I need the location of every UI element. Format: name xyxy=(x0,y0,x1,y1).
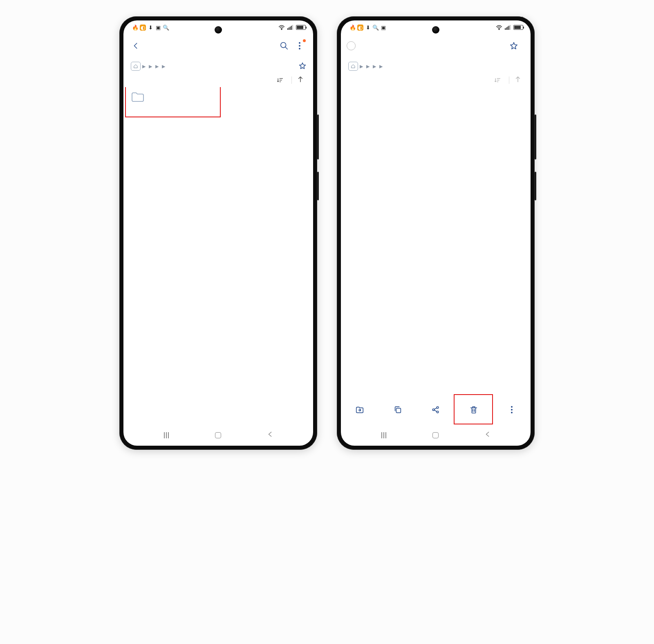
svg-point-12 xyxy=(511,412,513,413)
front-camera xyxy=(215,26,222,34)
flame-icon: 🔥 xyxy=(132,24,139,31)
file-list xyxy=(123,87,313,427)
wifi-icon xyxy=(278,24,285,31)
action-bar xyxy=(341,394,531,427)
notification-dot xyxy=(303,39,306,42)
more-button[interactable] xyxy=(292,36,307,56)
chevron-icon: ▶ xyxy=(366,64,370,69)
breadcrumb[interactable]: ▶ ▶ ▶ ▶ xyxy=(341,57,531,74)
home-icon[interactable] xyxy=(348,62,358,71)
download-icon: ⬇ xyxy=(147,24,154,31)
battery-icon xyxy=(513,25,523,30)
home-button[interactable] xyxy=(432,432,439,438)
sort-bar xyxy=(123,74,313,87)
system-nav xyxy=(341,427,531,446)
move-button[interactable] xyxy=(341,394,379,427)
appbar xyxy=(123,34,313,57)
svg-point-5 xyxy=(499,29,499,30)
folder-icon xyxy=(131,91,145,103)
system-back-button[interactable] xyxy=(267,431,273,439)
svg-point-10 xyxy=(511,406,513,408)
select-all-button[interactable] xyxy=(347,41,356,51)
gallery-icon: ▣ xyxy=(155,24,161,31)
sort-direction-button xyxy=(515,76,521,84)
folder-row-whatsapp[interactable] xyxy=(123,87,313,107)
share-button[interactable] xyxy=(417,394,455,427)
signal-icon xyxy=(287,25,293,30)
copy-button[interactable] xyxy=(379,394,417,427)
system-back-button[interactable] xyxy=(485,431,490,439)
svg-point-4 xyxy=(299,48,300,49)
battery-icon xyxy=(296,25,306,30)
recents-button[interactable] xyxy=(164,432,169,438)
favorite-button[interactable] xyxy=(506,36,522,56)
chevron-icon: ▶ xyxy=(379,64,383,69)
sort-button xyxy=(494,77,503,83)
flame-icon: 🔥 xyxy=(349,24,356,31)
sort-direction-button[interactable] xyxy=(298,76,303,84)
chevron-icon: ▶ xyxy=(162,64,165,69)
svg-point-11 xyxy=(511,409,513,411)
breadcrumb[interactable]: ▶ ▶ ▶ ▶ xyxy=(123,57,313,74)
chevron-icon: ▶ xyxy=(360,64,363,69)
svg-rect-6 xyxy=(396,408,401,413)
search-button[interactable] xyxy=(276,36,292,56)
search-status-icon: 🔍 xyxy=(372,24,379,31)
app-icon: ◐ xyxy=(140,25,146,31)
wifi-icon xyxy=(496,24,502,31)
app-icon: ◐ xyxy=(357,25,363,31)
file-list xyxy=(341,87,531,394)
search-status-icon: 🔍 xyxy=(163,24,169,31)
signal-icon xyxy=(505,25,511,30)
download-icon: ⬇ xyxy=(365,24,371,31)
phone-right: 🔥 ◐ ⬇ 🔍 ▣ xyxy=(337,16,535,450)
delete-button[interactable] xyxy=(455,394,493,427)
chevron-icon: ▶ xyxy=(142,64,146,69)
home-button[interactable] xyxy=(215,432,221,438)
recents-button[interactable] xyxy=(381,432,386,438)
options-button[interactable] xyxy=(493,394,531,427)
system-nav xyxy=(123,427,313,446)
chevron-icon: ▶ xyxy=(149,64,152,69)
selection-appbar xyxy=(341,34,531,57)
svg-point-0 xyxy=(281,29,282,30)
back-button[interactable] xyxy=(129,36,142,56)
sort-button[interactable] xyxy=(277,77,286,83)
gallery-icon: ▣ xyxy=(380,24,387,31)
chevron-icon: ▶ xyxy=(373,64,376,69)
svg-point-3 xyxy=(299,45,300,47)
favorite-button[interactable] xyxy=(296,62,307,71)
sort-bar xyxy=(341,74,531,87)
home-icon[interactable] xyxy=(131,62,141,71)
svg-point-2 xyxy=(299,42,300,44)
chevron-icon: ▶ xyxy=(155,64,159,69)
front-camera xyxy=(432,26,439,34)
phone-left: 🔥 ◐ ⬇ ▣ 🔍 xyxy=(119,16,317,450)
